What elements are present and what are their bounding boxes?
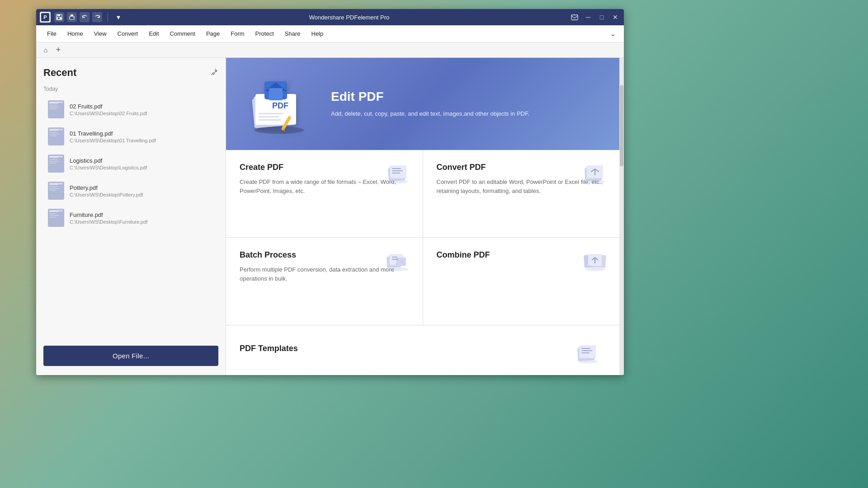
svg-rect-5 [58,18,60,19]
open-file-button[interactable]: Open File... [43,346,218,366]
minimize-button[interactable]: ─ [583,12,593,22]
hero-title: Edit PDF [331,89,601,104]
convert-pdf-desc: Convert PDF to an editable Word, PowerPo… [437,178,606,195]
file-item-4[interactable]: Furniture.pdf C:\Users\WS\Desktop\Furnit… [43,205,218,230]
menu-home[interactable]: Home [62,28,89,40]
action-grid: Create PDF Create PDF from a wide range … [226,150,619,375]
file-name-4: Furniture.pdf [70,211,214,218]
menu-more-indicator[interactable]: ⌄ [607,28,618,40]
file-info-2: Logistics.pdf C:\Users\WS\Desktop\Logist… [70,157,214,170]
svg-rect-66 [392,259,398,260]
file-icon-4 [48,209,64,227]
menu-page[interactable]: Page [201,28,225,40]
menu-file[interactable]: File [42,28,62,40]
svg-rect-3 [57,14,60,16]
pdf-templates-card[interactable]: PDF Templates [226,325,619,375]
file-item-1[interactable]: 01 Travelling.pdf C:\Users\WS\Desktop\01… [43,124,218,149]
save-button[interactable] [54,12,64,22]
svg-rect-23 [49,157,58,158]
menu-protect[interactable]: Protect [250,28,279,40]
svg-line-11 [212,74,212,75]
file-info-3: Pottery.pdf C:\Users\WS\Desktop\Pottery.… [70,184,214,197]
batch-process-card[interactable]: Batch Process Perform multiple PDF conve… [226,238,423,325]
menu-help[interactable]: Help [306,28,329,40]
menu-edit[interactable]: Edit [143,28,164,40]
svg-rect-15 [49,107,59,108]
svg-rect-24 [49,159,57,160]
edit-pdf-hero[interactable]: PDF Edit PDF [226,58,619,150]
toolbar-actions: ▼ [54,12,123,22]
batch-process-title: Batch Process [240,250,409,260]
svg-point-60 [388,267,408,271]
convert-pdf-title: Convert PDF [437,163,606,172]
file-name-3: Pottery.pdf [70,184,214,191]
main-window: P [36,9,624,375]
menu-view[interactable]: View [89,28,112,40]
file-item-0[interactable]: 02 Fruits.pdf C:\Users\WS\Desktop\02 Fru… [43,97,218,122]
maximize-button[interactable]: □ [597,12,607,22]
combine-pdf-title: Combine PDF [437,250,606,260]
menu-comment[interactable]: Comment [165,28,201,40]
svg-rect-64 [396,258,406,266]
menu-convert[interactable]: Convert [112,28,144,40]
svg-rect-36 [49,217,57,218]
close-button[interactable]: ✕ [610,12,620,22]
create-pdf-icon [385,159,412,184]
svg-rect-10 [571,15,578,20]
svg-rect-13 [49,103,58,103]
svg-rect-7 [71,14,73,16]
svg-rect-31 [49,190,57,191]
svg-rect-33 [49,211,58,212]
batch-process-desc: Perform multiple PDF conversion, data ex… [240,265,409,283]
window-controls: ─ □ ✕ [570,12,620,22]
create-pdf-card[interactable]: Create PDF Create PDF from a wide range … [226,150,423,237]
svg-rect-76 [581,348,590,349]
title-bar: P [36,9,624,25]
svg-rect-46 [269,88,283,100]
pin-icon[interactable] [210,68,218,78]
scrollbar[interactable] [619,58,624,375]
menu-form[interactable]: Form [225,28,250,40]
menu-bar: File Home View Convert Edit Comment Page… [36,25,624,42]
convert-pdf-card[interactable]: Convert PDF Convert PDF to an editable W… [423,150,620,237]
combine-pdf-card[interactable]: Combine PDF [423,238,620,325]
file-path-2: C:\Users\WS\Desktop\Logistics.pdf [70,165,214,170]
svg-rect-51 [390,165,406,178]
toolbar-dropdown-button[interactable]: ▼ [113,12,123,22]
file-info-4: Furniture.pdf C:\Users\WS\Desktop\Furnit… [70,211,214,225]
main-content: Recent Today [36,58,624,375]
file-name-0: 02 Fruits.pdf [70,103,214,110]
scrollbar-thumb[interactable] [620,85,623,166]
edit-pdf-illustration: PDF [244,72,316,136]
svg-rect-30 [49,188,59,189]
undo-button[interactable] [80,12,90,22]
hero-text: Edit PDF Add, delete, cut, copy, paste, … [331,89,601,118]
file-icon-0 [48,100,64,118]
menu-share[interactable]: Share [279,28,306,40]
svg-rect-20 [49,134,59,135]
file-path-1: C:\Users\WS\Desktop\01 Travelling.pdf [70,138,214,143]
app-logo: P [40,12,51,23]
svg-rect-26 [49,163,57,164]
print-button[interactable] [67,12,77,22]
svg-rect-8 [71,18,73,19]
tab-home-button[interactable]: ⌂ [40,44,52,56]
svg-rect-75 [580,345,596,358]
svg-rect-34 [49,213,57,214]
redo-button[interactable] [92,12,102,22]
file-name-1: 01 Travelling.pdf [70,130,214,137]
svg-rect-65 [392,257,397,258]
pdf-templates-title: PDF Templates [240,344,574,353]
file-item-2[interactable]: Logistics.pdf C:\Users\WS\Desktop\Logist… [43,151,218,176]
svg-rect-54 [392,173,400,174]
file-path-3: C:\Users\WS\Desktop\Pottery.pdf [70,192,214,197]
svg-rect-44 [259,119,281,121]
combine-pdf-icon [581,247,609,272]
svg-text:PDF: PDF [272,101,288,110]
file-name-2: Logistics.pdf [70,157,214,164]
message-button[interactable] [570,12,580,22]
right-panel: PDF Edit PDF [226,58,619,375]
tab-add-button[interactable]: + [53,45,63,55]
file-item-3[interactable]: Pottery.pdf C:\Users\WS\Desktop\Pottery.… [43,178,218,203]
svg-text:P: P [43,14,47,20]
